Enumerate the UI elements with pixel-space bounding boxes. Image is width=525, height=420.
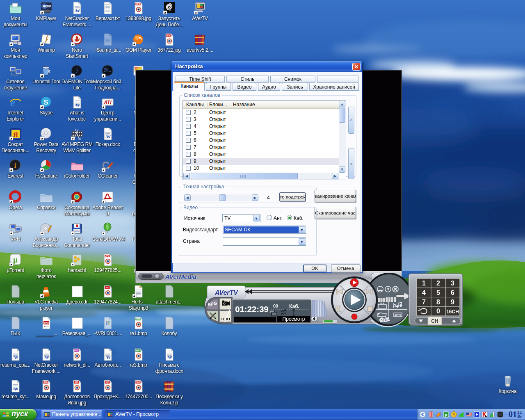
svg-text:PDF: PDF (44, 322, 49, 324)
svg-text:BMP: BMP (135, 318, 140, 320)
svg-text:JPG: JPG (136, 381, 140, 383)
svg-text:PNG: PNG (74, 349, 79, 352)
svg-text:W: W (45, 355, 49, 360)
svg-text:JPG: JPG (167, 34, 171, 37)
svg-text:0: 0 (436, 308, 440, 315)
svg-text:TEXT: TEXT (221, 317, 231, 321)
svg-text:W: W (14, 355, 18, 360)
svg-text:CH: CH (431, 318, 438, 324)
svg-text:μ: μ (13, 256, 18, 264)
svg-text:KMP: KMP (45, 5, 51, 8)
svg-text:Я: Я (13, 131, 18, 139)
svg-text:7: 7 (422, 299, 426, 306)
svg-text:S: S (43, 98, 48, 106)
svg-text:4: 4 (422, 289, 426, 296)
svg-text:5: 5 (436, 289, 440, 296)
svg-text:JPG: JPG (43, 381, 48, 383)
svg-text:9: 9 (451, 299, 454, 306)
svg-text:µ: µ (445, 413, 447, 417)
svg-text:W: W (75, 103, 80, 107)
svg-text:JPG: JPG (136, 3, 140, 5)
svg-text:JPG: JPG (74, 381, 78, 383)
svg-text:09: 09 (273, 304, 278, 308)
svg-text:JPG: JPG (105, 286, 109, 289)
svg-text:W: W (14, 386, 18, 391)
svg-text:ATI: ATI (103, 100, 112, 105)
svg-text:e: e (10, 96, 15, 109)
svg-text:W: W (106, 355, 111, 360)
svg-text:i: i (14, 162, 16, 169)
svg-text:3: 3 (451, 280, 454, 287)
svg-text:W: W (75, 8, 80, 13)
svg-text:Просмотр: Просмотр (283, 316, 305, 322)
svg-text:2: 2 (436, 280, 440, 287)
svg-text:Adobe: Adobe (44, 326, 49, 328)
svg-text:1: 1 (422, 280, 426, 287)
svg-text:01:22:39: 01:22:39 (235, 304, 269, 314)
svg-text:JPG: JPG (105, 255, 109, 257)
svg-text:AVerTV: AVerTV (215, 289, 238, 296)
svg-text:6: 6 (451, 289, 454, 296)
svg-text:W: W (106, 134, 111, 139)
svg-text:W: W (168, 355, 172, 360)
svg-text:?: ? (387, 287, 390, 292)
svg-text:BMP: BMP (135, 349, 140, 352)
svg-text:16CH: 16CH (446, 309, 459, 315)
svg-text:Каб.: Каб. (289, 304, 299, 309)
svg-text:8: 8 (436, 299, 440, 306)
svg-text:JPG: JPG (105, 381, 109, 383)
